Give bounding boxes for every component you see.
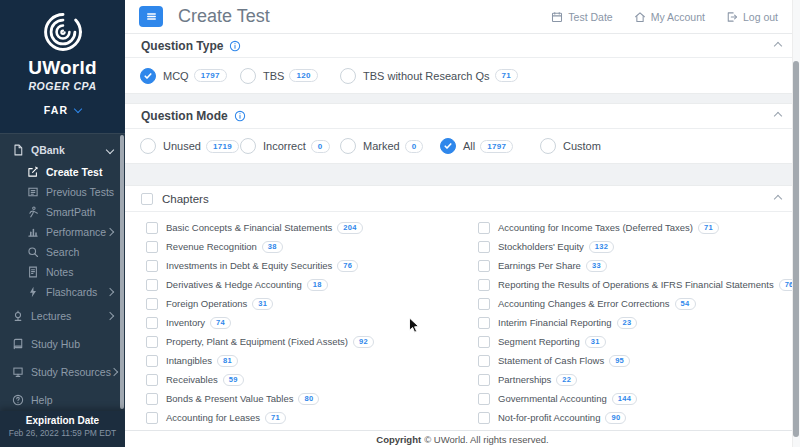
sidebar-item-label: Search (46, 246, 79, 258)
sidebar-item-notes[interactable]: Notes (0, 262, 125, 282)
chapter-checkbox[interactable] (478, 222, 490, 234)
chapter-checkbox[interactable] (478, 412, 490, 424)
sidebar-item-label: Flashcards (46, 286, 97, 298)
sidebar-item-previous-tests[interactable]: Previous Tests (0, 182, 125, 202)
question-mode-option-unused[interactable]: Unused 1719 (140, 138, 240, 154)
chapter-stockholders-equity[interactable]: Stockholders' Equity 132 (478, 237, 798, 256)
chapter-checkbox[interactable] (478, 336, 490, 348)
topbar-link-my-account[interactable]: My Account (634, 11, 705, 23)
topbar-link-test-date[interactable]: Test Date (551, 11, 612, 23)
chapter-interim-financial-reporting[interactable]: Interim Financial Reporting 23 (478, 313, 798, 332)
sidebar-item-lectures[interactable]: Lectures (0, 302, 125, 330)
chapter-checkbox[interactable] (146, 260, 158, 272)
chapter-checkbox[interactable] (146, 355, 158, 367)
main-scrollbar-track[interactable] (792, 0, 800, 447)
chapter-checkbox[interactable] (146, 336, 158, 348)
info-icon[interactable] (229, 40, 241, 52)
radio-button[interactable] (340, 138, 356, 154)
qbank-icon (12, 144, 24, 156)
chapter-checkbox[interactable] (146, 298, 158, 310)
topbar-link-log-out[interactable]: Log out (726, 11, 778, 23)
chapter-property-plant-equipment-fixed-assets[interactable]: Property, Plant & Equipment (Fixed Asset… (146, 332, 476, 351)
chapter-checkbox[interactable] (478, 260, 490, 272)
chapter-label: Accounting for Income Taxes (Deferred Ta… (498, 222, 693, 233)
chapter-checkbox[interactable] (146, 374, 158, 386)
question-type-option-mcq[interactable]: MCQ 1797 (140, 68, 240, 84)
collapse-button[interactable] (772, 40, 784, 52)
sidebar-item-smartpath[interactable]: SmartPath (0, 202, 125, 222)
chapter-checkbox[interactable] (146, 393, 158, 405)
sidebar-item-study-hub[interactable]: Study Hub (0, 330, 125, 358)
sidebar-item-search[interactable]: Search (0, 242, 125, 262)
sidebar-menu: QBank Create Test Previous Tests SmartPa… (0, 133, 125, 414)
chapter-segment-reporting[interactable]: Segment Reporting 31 (478, 332, 798, 351)
question-mode-option-marked[interactable]: Marked 0 (340, 138, 440, 154)
search-icon (27, 246, 39, 258)
chapter-bonds-present-value-tables[interactable]: Bonds & Present Value Tables 80 (146, 389, 476, 408)
chapter-checkbox[interactable] (478, 393, 490, 405)
count-badge: 132 (589, 241, 614, 253)
sidebar: UWorld ROGER CPA FAR QBank Create Test (0, 0, 125, 447)
count-badge: 80 (298, 393, 319, 405)
chapter-basic-concepts-financial-statements[interactable]: Basic Concepts & Financial Statements 20… (146, 218, 476, 237)
chapter-checkbox[interactable] (478, 355, 490, 367)
info-icon[interactable] (234, 110, 246, 122)
collapse-button[interactable] (772, 193, 784, 205)
radio-button[interactable] (140, 68, 156, 84)
chapters-select-all-checkbox[interactable] (141, 193, 153, 205)
chapter-checkbox[interactable] (478, 374, 490, 386)
question-mode-option-custom[interactable]: Custom (540, 138, 601, 154)
chapter-earnings-per-share[interactable]: Earnings Per Share 33 (478, 256, 798, 275)
sidebar-item-flashcards[interactable]: Flashcards (0, 282, 125, 302)
chapter-label: Reporting the Results of Operations & IF… (498, 279, 774, 290)
chapter-receivables[interactable]: Receivables 59 (146, 370, 476, 389)
sidebar-item-help[interactable]: Help (0, 386, 125, 414)
radio-button[interactable] (140, 138, 156, 154)
chapter-statement-of-cash-flows[interactable]: Statement of Cash Flows 95 (478, 351, 798, 370)
chapter-checkbox[interactable] (146, 317, 158, 329)
chevron-right-icon (106, 288, 114, 296)
chapter-foreign-operations[interactable]: Foreign Operations 31 (146, 294, 476, 313)
radio-button[interactable] (340, 68, 356, 84)
chapter-not-for-profit-accounting[interactable]: Not-for-profit Accounting 90 (478, 408, 798, 427)
radio-button[interactable] (540, 138, 556, 154)
chapter-partnerships[interactable]: Partnerships 22 (478, 370, 798, 389)
question-type-option-tbs-without-research-qs[interactable]: TBS without Research Qs 71 (340, 68, 518, 84)
chapter-derivatives-hedge-accounting[interactable]: Derivatives & Hedge Accounting 18 (146, 275, 476, 294)
chapter-accounting-for-leases[interactable]: Accounting for Leases 71 (146, 408, 476, 427)
radio-button[interactable] (240, 68, 256, 84)
chapter-checkbox[interactable] (478, 317, 490, 329)
course-selector[interactable]: FAR (44, 104, 82, 116)
menu-toggle-button[interactable] (139, 6, 163, 27)
chapter-accounting-for-income-taxes-deferred-taxes[interactable]: Accounting for Income Taxes (Deferred Ta… (478, 218, 798, 237)
chapter-checkbox[interactable] (478, 279, 490, 291)
sidebar-item-create-test[interactable]: Create Test (0, 162, 125, 182)
question-mode-option-incorrect[interactable]: Incorrect 0 (240, 138, 340, 154)
chapter-investments-in-debt-equity-securities[interactable]: Investments in Debt & Equity Securities … (146, 256, 476, 275)
flashcards-icon (27, 286, 39, 298)
sidebar-scrollbar-thumb[interactable] (120, 135, 124, 409)
question-mode-option-all[interactable]: All 1797 (440, 138, 540, 154)
radio-button[interactable] (240, 138, 256, 154)
question-type-option-tbs[interactable]: TBS 120 (240, 68, 340, 84)
sidebar-item-study-resources[interactable]: Study Resources (0, 358, 125, 386)
chapter-reporting-the-results-of-operations-ifrs-financial-statements[interactable]: Reporting the Results of Operations & IF… (478, 275, 798, 294)
chapter-checkbox[interactable] (478, 241, 490, 253)
chapter-intangibles[interactable]: Intangibles 81 (146, 351, 476, 370)
chapter-checkbox[interactable] (146, 241, 158, 253)
chapter-checkbox[interactable] (146, 222, 158, 234)
sidebar-item-qbank[interactable]: QBank (0, 138, 125, 162)
chapter-checkbox[interactable] (478, 298, 490, 310)
chapter-checkbox[interactable] (146, 279, 158, 291)
chapter-governmental-accounting[interactable]: Governmental Accounting 144 (478, 389, 798, 408)
chapter-revenue-recognition[interactable]: Revenue Recognition 38 (146, 237, 476, 256)
sidebar-item-performance[interactable]: Performance (0, 222, 125, 242)
chapter-accounting-changes-error-corrections[interactable]: Accounting Changes & Error Corrections 5… (478, 294, 798, 313)
radio-button[interactable] (440, 138, 456, 154)
chapter-checkbox[interactable] (146, 412, 158, 424)
chapter-inventory[interactable]: Inventory 74 (146, 313, 476, 332)
notes-icon (27, 266, 39, 278)
chapter-label: Investments in Debt & Equity Securities (166, 260, 332, 271)
main-scrollbar-thumb[interactable] (793, 61, 799, 437)
collapse-button[interactable] (772, 110, 784, 122)
